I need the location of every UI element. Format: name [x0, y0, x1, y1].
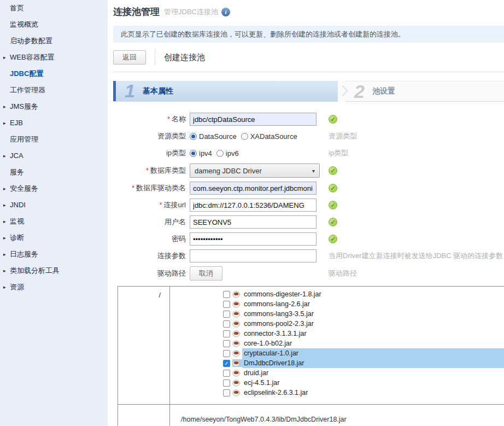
sidebar-item-8[interactable]: ▸EJB [0, 115, 108, 131]
password-input[interactable] [190, 232, 317, 246]
jar-file-icon [232, 349, 242, 357]
jar-file-icon [232, 290, 242, 298]
file-checkbox[interactable] [223, 340, 230, 347]
sidebar-item-5[interactable]: JDBC配置 [0, 66, 108, 82]
file-checkbox[interactable] [223, 301, 230, 308]
password-valid-check-icon: ✓ [329, 235, 337, 243]
sidebar-item-17[interactable]: ▸类加载分析工具 [0, 262, 108, 279]
file-list-item[interactable]: core-1.0-b02.jar [223, 339, 504, 348]
form-row-db-type: *数据库类型 dameng JDBC Driver ▾ ✓ [108, 164, 504, 178]
step-2-number: 2 [354, 81, 365, 102]
sidebar-item-4[interactable]: ▸WEB容器配置 [0, 49, 108, 66]
sidebar-item-13[interactable]: ▸JNDI [0, 197, 108, 213]
create-pool-title: 创建连接池 [164, 52, 205, 63]
conn-params-input[interactable] [190, 249, 317, 262]
driver-class-input[interactable] [190, 182, 317, 195]
file-list-item[interactable]: ecj-4.5.1.jar [223, 378, 504, 388]
file-root-path: / [118, 287, 170, 404]
file-name: eclipselink-2.6.3.1.jar [242, 389, 308, 396]
file-list-item[interactable]: commons-lang-2.6.jar [223, 299, 504, 309]
sidebar-item-14[interactable]: ▸监视 [0, 213, 108, 230]
file-list-item[interactable]: commons-lang3-3.5.jar [223, 309, 504, 319]
sidebar: 首页监视概览启动参数配置▸WEB容器配置JDBC配置工作管理器▸JMS服务▸EJ… [0, 0, 108, 426]
page-title: 连接池管理 [113, 5, 160, 18]
expand-arrow-icon: ▸ [3, 148, 6, 164]
expand-arrow-icon: ▸ [3, 115, 6, 131]
file-list-item[interactable]: connector-3.1.3.1.jar [223, 329, 504, 339]
form-row-password: 密码 ✓ [108, 232, 504, 246]
header-rule [113, 72, 504, 72]
sidebar-item-18[interactable]: ▸资源 [0, 279, 108, 295]
info-icon[interactable]: i [221, 8, 230, 16]
file-name: ecj-4.5.1.jar [242, 379, 279, 387]
driver-file-browser: / commons-digester-1.8.jarcommons-lang-2… [118, 286, 504, 426]
expand-arrow-icon: ▸ [3, 262, 6, 279]
page-subtitle: 管理JDBC连接池 [164, 7, 218, 17]
back-button[interactable]: 返回 [113, 50, 146, 65]
radio-xadatasource[interactable]: XADataSource [241, 132, 297, 141]
password-label: 密码 [108, 234, 190, 244]
sidebar-item-7[interactable]: ▸JMS服务 [0, 98, 108, 115]
tab-pool-settings[interactable]: 2 池设置 [345, 81, 504, 101]
sidebar-item-15[interactable]: ▸诊断 [0, 230, 108, 246]
jar-file-icon [232, 310, 242, 318]
sidebar-item-9[interactable]: 应用管理 [0, 131, 108, 148]
radio-ipv6[interactable]: ipv6 [216, 149, 239, 157]
file-name: connector-3.1.3.1.jar [242, 330, 307, 337]
file-list-item[interactable]: commons-pool2-2.3.jar [223, 319, 504, 329]
cancel-button[interactable]: 取消 [190, 266, 222, 281]
sidebar-item-3[interactable]: 启动参数配置 [0, 33, 108, 49]
file-checkbox[interactable] [223, 311, 230, 318]
radio-dot-icon [190, 133, 197, 140]
expand-arrow-icon: ▸ [3, 279, 6, 295]
file-checkbox[interactable] [223, 320, 230, 328]
resource-type-hint: 资源类型 [329, 131, 357, 141]
file-checkbox[interactable] [223, 370, 230, 377]
jar-file-icon [232, 389, 242, 396]
file-list-item[interactable]: druid.jar [223, 368, 504, 378]
url-input[interactable] [190, 199, 317, 212]
name-input[interactable] [190, 113, 317, 126]
jar-file-icon [232, 340, 242, 347]
file-checkbox[interactable] [223, 389, 230, 396]
file-checkbox[interactable] [223, 330, 230, 337]
driver-path-label: 驱动路径 [108, 269, 190, 278]
db-type-select[interactable]: dameng JDBC Driver ▾ [190, 164, 320, 178]
expand-arrow-icon: ▸ [3, 197, 6, 213]
form-row-ip-type: ip类型 ipv4 ipv6 ip类型 [108, 147, 504, 160]
conn-params-label: 连接参数 [108, 251, 190, 261]
file-name: commons-digester-1.8.jar [242, 290, 321, 298]
resource-type-label: 资源类型 [108, 131, 190, 141]
file-footer-left [118, 405, 170, 426]
sidebar-item-2[interactable]: 监视概览 [0, 16, 108, 33]
driver-class-valid-check-icon: ✓ [329, 184, 337, 192]
file-checkbox[interactable] [223, 380, 230, 387]
username-input[interactable] [190, 215, 317, 229]
ip-type-hint: ip类型 [329, 148, 348, 158]
driver-class-label: 数据库驱动类名 [136, 184, 186, 192]
tab-basic-properties[interactable]: 1 基本属性 [113, 81, 338, 101]
sidebar-item-1[interactable]: 首页 [0, 0, 108, 16]
expand-arrow-icon: ▸ [3, 49, 6, 66]
sidebar-item-11[interactable]: 服务 [0, 164, 108, 180]
file-name: druid.jar [242, 369, 268, 377]
file-list-item[interactable]: eclipselink-2.6.3.1.jar [223, 388, 504, 398]
file-list: commons-digester-1.8.jarcommons-lang-2.6… [170, 287, 504, 404]
sidebar-item-6[interactable]: 工作管理器 [0, 82, 108, 98]
radio-dot-icon [241, 133, 248, 140]
file-name: commons-lang3-3.5.jar [242, 310, 314, 318]
sidebar-item-10[interactable]: ▸JCA [0, 148, 108, 164]
sidebar-item-12[interactable]: ▸安全服务 [0, 180, 108, 197]
radio-ipv4[interactable]: ipv4 [190, 149, 212, 157]
file-list-item[interactable]: commons-digester-1.8.jar [223, 289, 504, 299]
sidebar-item-16[interactable]: ▸日志服务 [0, 246, 108, 262]
radio-datasource[interactable]: DataSource [190, 132, 237, 141]
file-list-item[interactable]: cryptacular-1.0.jar [223, 348, 504, 358]
expand-arrow-icon: ▸ [3, 213, 6, 230]
file-checkbox[interactable] [223, 291, 230, 298]
toolbar-divider [155, 50, 155, 65]
file-list-item[interactable]: ✓DmJdbcDriver18.jar [223, 358, 504, 368]
file-checkbox[interactable] [223, 350, 230, 357]
file-name: commons-pool2-2.3.jar [242, 320, 314, 328]
file-checkbox[interactable]: ✓ [223, 360, 230, 367]
